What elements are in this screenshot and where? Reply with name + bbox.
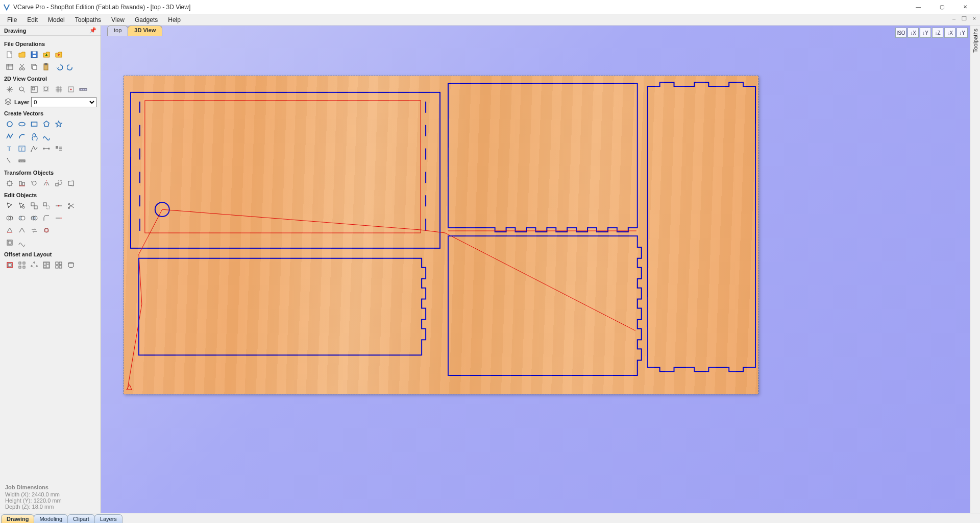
convert-tool[interactable]	[41, 225, 52, 236]
menu-view[interactable]: View	[106, 15, 130, 25]
create-vec-row2	[4, 131, 96, 142]
boundary-tool[interactable]	[4, 237, 15, 248]
job-setup-button[interactable]	[4, 61, 15, 73]
copy-button[interactable]	[29, 61, 40, 73]
subtract-tool[interactable]	[16, 212, 28, 224]
intersect-tool[interactable]	[29, 212, 40, 224]
cut-button[interactable]	[16, 61, 28, 73]
menu-help[interactable]: Help	[163, 15, 186, 25]
fillet-tool[interactable]	[41, 212, 52, 224]
view-y-button[interactable]: ↓Y	[920, 28, 931, 38]
pin-icon[interactable]: 📌	[89, 27, 96, 34]
menu-model[interactable]: Model	[43, 15, 70, 25]
menu-toolpaths[interactable]: Toolpaths	[70, 15, 106, 25]
view-tab-3d[interactable]: 3D View	[128, 26, 162, 36]
edit-row3	[4, 225, 96, 236]
wrap-tool[interactable]	[65, 259, 77, 271]
plate-layout-tool[interactable]	[53, 259, 64, 271]
measure-tool[interactable]	[16, 155, 28, 167]
snap-toggle-button[interactable]	[65, 84, 77, 95]
point-tool[interactable]	[4, 155, 15, 167]
mdi-minimize[interactable]: –	[950, 15, 958, 22]
select-tool[interactable]	[4, 200, 15, 211]
view-z-button[interactable]: ↓Z	[932, 28, 943, 38]
align-tool[interactable]	[16, 178, 28, 189]
view-iso-button[interactable]: ISO	[895, 28, 906, 38]
reverse-tool[interactable]	[29, 225, 40, 236]
toolpaths-label[interactable]: Toolpaths	[972, 29, 978, 53]
mirror-tool[interactable]	[41, 178, 52, 189]
zoom-selected-button[interactable]	[41, 84, 52, 95]
undo-button[interactable]	[53, 61, 64, 73]
window-maximize-button[interactable]: ▢	[930, 0, 953, 14]
circular-array-tool[interactable]	[29, 259, 40, 271]
trace-tool[interactable]	[29, 143, 40, 154]
scale-tool[interactable]	[53, 178, 64, 189]
import-file-button[interactable]	[41, 49, 52, 60]
polygon-tool[interactable]	[41, 118, 52, 130]
join-tool[interactable]	[53, 200, 64, 211]
rotate-tool[interactable]	[29, 178, 40, 189]
fit-curves-tool[interactable]	[16, 237, 28, 248]
zoom-fit-button[interactable]	[16, 84, 28, 95]
menu-gadgets[interactable]: Gadgets	[130, 15, 163, 25]
zoom-window-button[interactable]	[29, 84, 40, 95]
text-tool[interactable]: T	[4, 143, 15, 154]
export-file-button[interactable]	[53, 49, 64, 60]
toolpaths-strip[interactable]: Toolpaths	[970, 26, 980, 513]
menu-edit[interactable]: Edit	[22, 15, 43, 25]
pan-button[interactable]	[4, 84, 15, 95]
canvas-3d-view[interactable]	[110, 38, 961, 504]
array-tool[interactable]	[16, 259, 28, 271]
grid-toggle-button[interactable]	[53, 84, 64, 95]
star-tool[interactable]	[53, 118, 64, 130]
move-tool[interactable]	[4, 178, 15, 189]
drawing-panel: Drawing 📌 File Operations 2	[0, 26, 101, 513]
extend-tool[interactable]	[53, 212, 64, 224]
redo-button[interactable]	[65, 61, 77, 73]
trim-tool[interactable]	[65, 200, 77, 211]
btab-modeling[interactable]: Modeling	[34, 514, 68, 523]
weld-tool[interactable]	[4, 212, 15, 224]
menu-file[interactable]: File	[2, 15, 22, 25]
ungroup-tool[interactable]	[41, 200, 52, 211]
layer-row: Layer 0	[4, 97, 96, 107]
view-x-button[interactable]: ↓X	[908, 28, 919, 38]
vec-panel-bl	[139, 258, 426, 355]
rectangle-tool[interactable]	[29, 118, 40, 130]
layer-stack-icon[interactable]	[4, 98, 12, 107]
dimension-tool[interactable]	[41, 143, 52, 154]
btab-clipart[interactable]: Clipart	[67, 514, 95, 523]
new-file-button[interactable]	[4, 49, 15, 60]
group-tool[interactable]	[29, 200, 40, 211]
curve-tool[interactable]	[41, 131, 52, 142]
ellipse-tool[interactable]	[16, 118, 28, 130]
section-edit-objects: Edit Objects	[4, 192, 96, 198]
arc-tool[interactable]	[16, 131, 28, 142]
view-y2-button[interactable]: ↓Y	[957, 28, 968, 38]
nest-tool[interactable]	[41, 259, 52, 271]
window-close-button[interactable]: ✕	[953, 0, 977, 14]
open-vector-tool[interactable]	[16, 225, 28, 236]
open-file-button[interactable]	[16, 49, 28, 60]
save-file-button[interactable]	[29, 49, 40, 60]
paste-button[interactable]	[41, 61, 52, 73]
distort-tool[interactable]	[65, 178, 77, 189]
layer-select[interactable]: 0	[31, 97, 96, 107]
node-edit-tool[interactable]	[16, 200, 28, 211]
vectorize-tool[interactable]	[53, 143, 64, 154]
mdi-close[interactable]: ×	[971, 15, 978, 22]
ruler-toggle-button[interactable]	[78, 84, 89, 95]
view-tab-top[interactable]: top	[107, 26, 128, 36]
spiral-tool[interactable]	[29, 131, 40, 142]
polyline-tool[interactable]	[4, 131, 15, 142]
close-vector-tool[interactable]	[4, 225, 15, 236]
text-block-tool[interactable]: T	[16, 143, 28, 154]
btab-drawing[interactable]: Drawing	[1, 514, 34, 523]
circle-tool[interactable]	[4, 118, 15, 130]
mdi-restore[interactable]: ❐	[961, 15, 968, 22]
offset-tool[interactable]	[4, 259, 15, 271]
view-x2-button[interactable]: ↓X	[944, 28, 955, 38]
window-minimize-button[interactable]: —	[906, 0, 930, 14]
btab-layers[interactable]: Layers	[94, 514, 122, 523]
